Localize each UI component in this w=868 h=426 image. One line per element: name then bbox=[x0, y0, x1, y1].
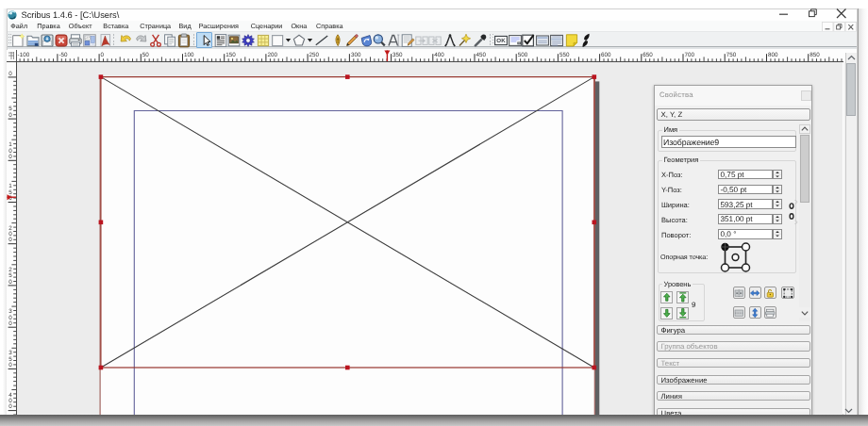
svg-text:700: 700 bbox=[684, 52, 694, 58]
svg-text:400: 400 bbox=[434, 52, 444, 58]
svg-text:350: 350 bbox=[392, 52, 403, 58]
svg-text:0: 0 bbox=[8, 278, 12, 285]
svg-text:0: 0 bbox=[8, 112, 12, 119]
svg-text:300: 300 bbox=[350, 52, 360, 58]
svg-text:550: 550 bbox=[559, 52, 569, 58]
svg-text:0: 0 bbox=[8, 237, 12, 243]
svg-text:OK: OK bbox=[496, 39, 506, 45]
svg-text:800: 800 bbox=[768, 52, 778, 58]
svg-text:0: 0 bbox=[100, 52, 104, 58]
svg-text:600: 600 bbox=[601, 52, 611, 58]
svg-text:100: 100 bbox=[184, 52, 194, 58]
svg-text:0: 0 bbox=[8, 320, 12, 327]
svg-text:500: 500 bbox=[517, 52, 527, 58]
svg-text:50: 50 bbox=[142, 52, 149, 58]
svg-text:-100: -100 bbox=[17, 52, 29, 58]
svg-text:0: 0 bbox=[8, 70, 12, 76]
svg-text:-50: -50 bbox=[58, 52, 68, 58]
svg-text:750: 750 bbox=[726, 52, 736, 58]
svg-text:150: 150 bbox=[225, 52, 236, 58]
svg-text:450: 450 bbox=[476, 52, 486, 58]
svg-text:0: 0 bbox=[8, 154, 12, 160]
svg-text:650: 650 bbox=[643, 52, 653, 58]
svg-text:0: 0 bbox=[8, 403, 12, 410]
svg-text:850: 850 bbox=[810, 52, 820, 58]
svg-text:250: 250 bbox=[309, 52, 319, 58]
svg-text:0: 0 bbox=[8, 362, 12, 369]
svg-text:200: 200 bbox=[267, 52, 277, 58]
